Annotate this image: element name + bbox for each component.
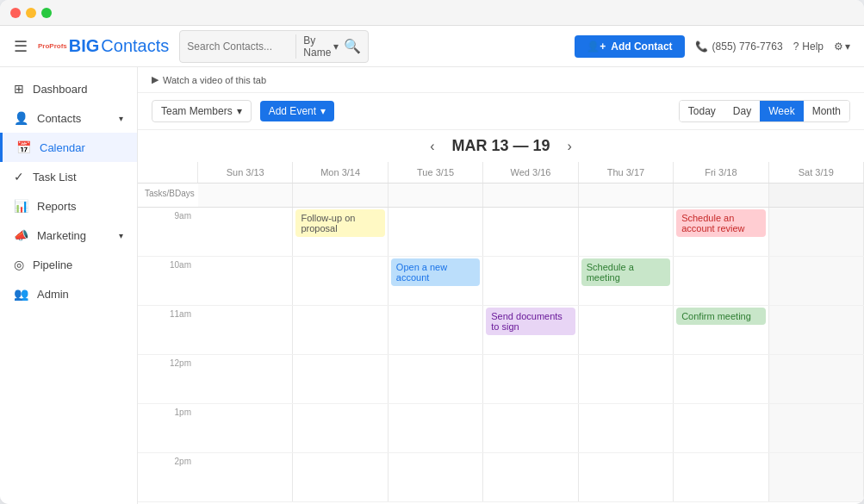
cell-tue-10am[interactable]: Open a new account — [388, 257, 483, 305]
cell-wed-9am[interactable] — [483, 208, 578, 256]
cell-sun-2pm[interactable] — [198, 453, 293, 501]
close-dot[interactable] — [10, 8, 21, 18]
event-send-documents[interactable]: Send documents to sign — [486, 308, 575, 335]
cell-fri-11am[interactable]: Confirm meeting — [674, 306, 768, 354]
cell-mon-12pm[interactable] — [293, 355, 388, 403]
time-slot-1pm: 1pm — [138, 404, 864, 453]
cell-fri-10am[interactable] — [674, 257, 768, 305]
marketing-icon: 📣 — [14, 228, 28, 242]
sidebar-item-contacts[interactable]: 👤 Contacts ▾ — [0, 103, 137, 133]
search-input[interactable] — [187, 40, 290, 53]
sidebar-item-dashboard[interactable]: ⊞ Dashboard — [0, 74, 137, 103]
help-button[interactable]: ? Help — [793, 40, 824, 53]
settings-button[interactable]: ⚙ ▾ — [834, 40, 850, 53]
cell-thu-11am[interactable] — [579, 306, 674, 354]
cell-tue-11am[interactable] — [388, 306, 483, 354]
cell-sat-10am[interactable] — [769, 257, 864, 305]
cell-sun-11am[interactable] — [198, 306, 293, 354]
hamburger-icon[interactable]: ☰ — [14, 37, 28, 56]
app-window: ☰ ProProfs BIG Contacts By Name ▾ 🔍 👤+ A… — [0, 0, 864, 504]
cell-wed-2pm[interactable] — [483, 453, 578, 501]
time-slot-9am: 9am Follow-up on proposal Schedule an ac… — [138, 208, 864, 257]
cell-fri-1pm[interactable] — [674, 404, 768, 452]
cell-mon-2pm[interactable] — [293, 453, 388, 501]
task-icon: ✓ — [14, 170, 24, 184]
cell-sun-10am[interactable] — [198, 257, 293, 305]
calendar-nav: ‹ MAR 13 — 19 › — [138, 130, 864, 162]
sidebar-item-reports[interactable]: 📊 Reports — [0, 191, 137, 221]
add-event-button[interactable]: Add Event ▾ — [260, 101, 334, 121]
sidebar-item-task-list[interactable]: ✓ Task List — [0, 162, 137, 191]
cell-wed-10am[interactable] — [483, 257, 578, 305]
tasks-cell-wed — [483, 184, 578, 207]
team-members-button[interactable]: Team Members ▾ — [152, 100, 252, 122]
cell-thu-1pm[interactable] — [579, 404, 674, 452]
cell-sat-12pm[interactable] — [769, 355, 864, 403]
chevron-down-icon: ▾ — [237, 105, 242, 117]
event-account-review[interactable]: Schedule an account review — [676, 209, 765, 237]
cell-fri-9am[interactable]: Schedule an account review — [674, 208, 768, 256]
cell-fri-12pm[interactable] — [674, 355, 768, 403]
event-open-account[interactable]: Open a new account — [391, 258, 480, 286]
maximize-dot[interactable] — [41, 8, 52, 18]
tasks-cell-sun — [198, 184, 293, 207]
cell-thu-9am[interactable] — [579, 208, 674, 256]
search-icon[interactable]: 🔍 — [344, 38, 361, 54]
calendar-header: Sun 3/13 Mon 3/14 Tue 3/15 Wed 3/16 Thu … — [138, 162, 864, 184]
day-header-mon: Mon 3/14 — [293, 162, 388, 183]
time-label-11am: 11am — [138, 306, 198, 354]
play-icon: ▶ — [152, 74, 159, 85]
cell-tue-1pm[interactable] — [388, 404, 483, 452]
watch-video-toolbar: ▶ Watch a video of this tab — [138, 67, 864, 93]
logo-big: BIG — [69, 36, 100, 56]
sidebar-item-pipeline[interactable]: ◎ Pipeline — [0, 250, 137, 279]
cell-mon-1pm[interactable] — [293, 404, 388, 452]
cell-thu-10am[interactable]: Schedule a meeting — [579, 257, 674, 305]
cell-tue-2pm[interactable] — [388, 453, 483, 501]
tasks-cell-fri — [674, 184, 768, 207]
cell-sat-2pm[interactable] — [769, 453, 864, 501]
view-buttons: Today Day Week Month — [679, 100, 850, 122]
top-nav: ☰ ProProfs BIG Contacts By Name ▾ 🔍 👤+ A… — [0, 26, 864, 67]
time-slot-2pm: 2pm — [138, 453, 864, 502]
cell-mon-9am[interactable]: Follow-up on proposal — [293, 208, 388, 256]
cell-mon-11am[interactable] — [293, 306, 388, 354]
view-week-button[interactable]: Week — [760, 101, 803, 121]
chevron-down-icon: ▾ — [119, 114, 123, 123]
watch-video-link[interactable]: ▶ Watch a video of this tab — [152, 74, 266, 85]
cell-wed-12pm[interactable] — [483, 355, 578, 403]
cell-sun-9am[interactable] — [198, 208, 293, 256]
sidebar-item-marketing[interactable]: 📣 Marketing ▾ — [0, 221, 137, 250]
cell-sat-9am[interactable] — [769, 208, 864, 256]
cell-wed-1pm[interactable] — [483, 404, 578, 452]
pipeline-icon: ◎ — [14, 258, 24, 271]
cell-tue-12pm[interactable] — [388, 355, 483, 403]
minimize-dot[interactable] — [26, 8, 36, 18]
event-follow-up[interactable]: Follow-up on proposal — [295, 209, 384, 237]
view-day-button[interactable]: Day — [724, 101, 760, 121]
cell-sat-11am[interactable] — [769, 306, 864, 354]
by-name-dropdown[interactable]: By Name ▾ — [295, 34, 339, 59]
view-today-button[interactable]: Today — [680, 101, 724, 121]
cell-wed-11am[interactable]: Send documents to sign — [483, 306, 578, 354]
event-confirm-meeting[interactable]: Confirm meeting — [676, 308, 765, 325]
cell-thu-2pm[interactable] — [579, 453, 674, 501]
cell-thu-12pm[interactable] — [579, 355, 674, 403]
day-header-tue: Tue 3/15 — [388, 162, 483, 183]
cell-sun-12pm[interactable] — [198, 355, 293, 403]
view-month-button[interactable]: Month — [804, 101, 849, 121]
time-slot-11am: 11am Send documents to sign Confirm meet… — [138, 306, 864, 355]
cell-tue-9am[interactable] — [388, 208, 483, 256]
cell-mon-10am[interactable] — [293, 257, 388, 305]
next-week-button[interactable]: › — [568, 139, 572, 154]
cell-sat-1pm[interactable] — [769, 404, 864, 452]
prev-week-button[interactable]: ‹ — [430, 139, 434, 154]
add-contact-button[interactable]: 👤+ Add Contact — [575, 35, 684, 58]
cell-sun-1pm[interactable] — [198, 404, 293, 452]
cell-fri-2pm[interactable] — [674, 453, 768, 501]
sidebar-item-admin[interactable]: 👥 Admin — [0, 279, 137, 308]
sidebar-item-calendar[interactable]: 📅 Calendar — [0, 133, 137, 162]
chevron-down-icon: ▾ — [320, 105, 326, 117]
event-schedule-meeting[interactable]: Schedule a meeting — [581, 258, 670, 286]
gear-icon: ⚙ — [834, 40, 843, 53]
